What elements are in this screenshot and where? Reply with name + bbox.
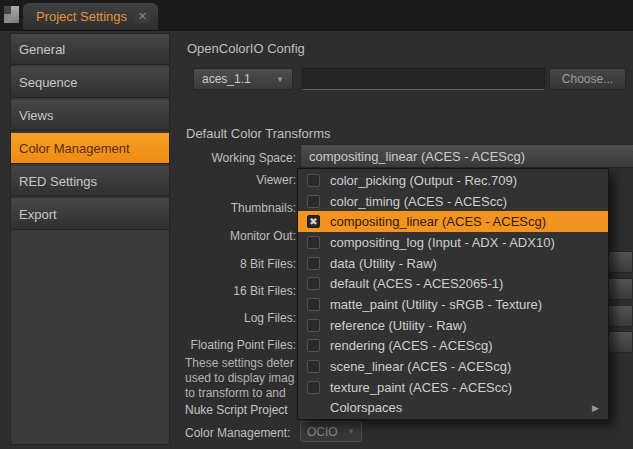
submenu-arrow-icon: ▶ — [592, 403, 599, 413]
menu-item-rendering[interactable]: rendering (ACES - ACEScg) — [298, 336, 608, 357]
menu-item-color-picking[interactable]: color_picking (Output - Rec.709) — [298, 170, 608, 191]
choose-button-label: Choose... — [562, 72, 613, 86]
settings-sidebar: General Sequence Views Color Management … — [10, 33, 170, 445]
menu-item-label: compositing_log (Input - ADX - ADX10) — [330, 235, 555, 250]
log-files-label: Log Files: — [170, 311, 296, 325]
menu-item-label: default (ACES - ACES2065-1) — [330, 276, 503, 291]
sidebar-item-label: Export — [19, 207, 57, 222]
menu-item-label: color_picking (Output - Rec.709) — [330, 173, 517, 188]
close-icon[interactable]: ✕ — [135, 10, 150, 23]
8-bit-files-label: 8 Bit Files: — [170, 257, 296, 271]
checkbox-unchecked — [307, 381, 320, 394]
color-management-label: Color Management: — [185, 426, 290, 440]
checkbox-unchecked — [307, 257, 320, 270]
viewer-label: Viewer: — [170, 173, 296, 187]
sidebar-item-sequence[interactable]: Sequence — [11, 67, 169, 98]
sidebar-item-views[interactable]: Views — [11, 100, 169, 131]
settings-description-line: These settings deter — [185, 356, 294, 370]
menu-item-label: scene_linear (ACES - ACEScg) — [330, 359, 511, 374]
sidebar-item-general[interactable]: General — [11, 34, 169, 65]
sidebar-item-label: Color Management — [19, 141, 130, 156]
working-space-select[interactable]: compositing_linear (ACES - ACEScg) — [300, 144, 633, 168]
checkbox-unchecked — [307, 236, 320, 249]
menu-item-colorspaces[interactable]: Colorspaces ▶ — [298, 398, 608, 419]
ocio-config-select[interactable]: aces_1.1 ▼ — [193, 68, 293, 90]
sidebar-item-color-management[interactable]: Color Management — [11, 133, 169, 164]
menu-item-matte-paint[interactable]: matte_paint (Utility - sRGB - Texture) — [298, 294, 608, 315]
menu-item-label: compositing_linear (ACES - ACEScg) — [330, 214, 546, 229]
sidebar-item-label: General — [19, 42, 65, 57]
chevron-down-icon: ▼ — [276, 75, 284, 84]
color-management-select[interactable]: OCIO ▼ — [300, 421, 362, 442]
checkbox-unchecked — [307, 174, 320, 187]
working-space-label: Working Space: — [170, 151, 296, 165]
check-icon: ✖ — [309, 217, 317, 227]
color-management-value: OCIO — [307, 425, 338, 439]
menu-item-label: rendering (ACES - ACEScg) — [330, 338, 493, 353]
menu-item-color-timing[interactable]: color_timing (ACES - ACEScc) — [298, 191, 608, 212]
checkbox-unchecked — [307, 277, 320, 290]
ocio-config-select-value: aces_1.1 — [202, 72, 251, 86]
menu-item-compositing-log[interactable]: compositing_log (Input - ADX - ADX10) — [298, 232, 608, 253]
checkbox-unchecked — [307, 195, 320, 208]
chevron-down-icon: ▼ — [347, 427, 355, 436]
menu-item-default[interactable]: default (ACES - ACES2065-1) — [298, 273, 608, 294]
monitor-out-label: Monitor Out: — [170, 229, 296, 243]
menu-item-label: reference (Utility - Raw) — [330, 318, 467, 333]
menu-item-compositing-linear[interactable]: ✖ compositing_linear (ACES - ACEScg) — [298, 211, 608, 232]
tab-title: Project Settings — [36, 9, 135, 24]
working-space-dropdown-menu: color_picking (Output - Rec.709) color_t… — [297, 168, 609, 420]
menu-item-reference[interactable]: reference (Utility - Raw) — [298, 315, 608, 336]
menu-item-label: color_timing (ACES - ACEScc) — [330, 194, 507, 209]
checkbox-unchecked — [307, 298, 320, 311]
tab-project-settings[interactable]: Project Settings ✕ — [22, 2, 159, 30]
menu-item-label: matte_paint (Utility - sRGB - Texture) — [330, 297, 542, 312]
sidebar-item-export[interactable]: Export — [11, 199, 169, 230]
menu-item-scene-linear[interactable]: scene_linear (ACES - ACEScg) — [298, 356, 608, 377]
checkbox-unchecked — [307, 319, 320, 332]
choose-button[interactable]: Choose... — [549, 68, 626, 90]
sidebar-item-label: RED Settings — [19, 174, 97, 189]
checkbox-checked: ✖ — [307, 215, 320, 228]
floating-point-files-label: Floating Point Files: — [170, 338, 296, 352]
ocio-config-section-label: OpenColorIO Config — [187, 41, 305, 56]
sidebar-item-red-settings[interactable]: RED Settings — [11, 166, 169, 197]
menu-item-label: texture_paint (ACES - ACEScc) — [330, 380, 512, 395]
thumbnails-label: Thumbnails: — [170, 201, 296, 215]
checkbox-unchecked — [307, 360, 320, 373]
16-bit-files-label: 16 Bit Files: — [170, 284, 296, 298]
settings-description-line: used to display imag — [185, 371, 294, 385]
working-space-value: compositing_linear (ACES - ACEScg) — [309, 149, 525, 164]
menu-item-data[interactable]: data (Utility - Raw) — [298, 253, 608, 274]
sidebar-item-label: Sequence — [19, 75, 78, 90]
checkbox-unchecked — [307, 339, 320, 352]
menu-item-texture-paint[interactable]: texture_paint (ACES - ACEScc) — [298, 377, 608, 398]
script-project-label: Nuke Script Project — [185, 403, 288, 417]
default-transforms-section-label: Default Color Transforms — [186, 126, 331, 141]
ocio-custom-path-input[interactable] — [302, 68, 545, 90]
menu-item-label: Colorspaces — [330, 400, 402, 415]
tab-bar: Project Settings ✕ — [0, 0, 633, 31]
sidebar-item-label: Views — [19, 108, 53, 123]
menu-item-label: data (Utility - Raw) — [330, 256, 437, 271]
pane-layout-icon[interactable] — [4, 6, 19, 23]
settings-description-line: to transform to and — [185, 386, 286, 400]
